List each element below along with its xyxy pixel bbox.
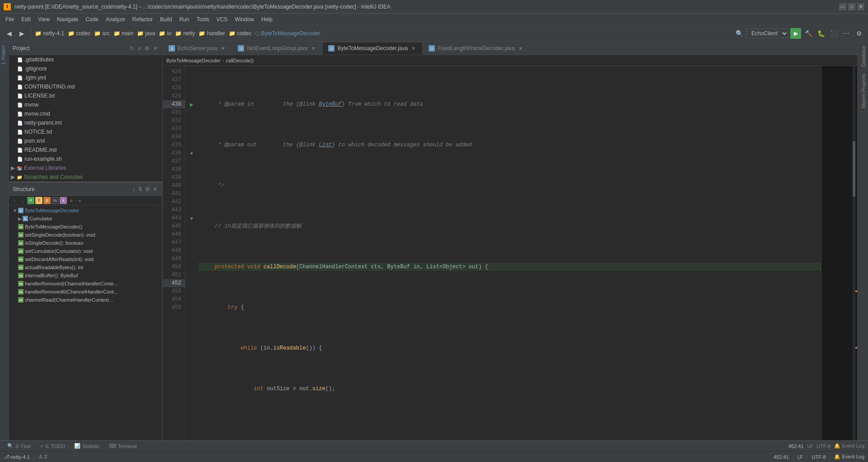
tree-item-notice[interactable]: 📄 NOTICE.txt [9, 127, 162, 136]
breadcrumb-handler[interactable]: 📁 handler [198, 30, 225, 37]
tab-terminal[interactable]: ⌨ Terminal [105, 442, 141, 450]
maximize-button[interactable]: □ [848, 3, 855, 10]
menu-build[interactable]: Build [156, 15, 176, 23]
struct-channelRead[interactable]: m channelRead(ChannelHandlerContext... [9, 296, 162, 304]
event-log-btn[interactable]: 🔔 Event Log [834, 443, 864, 449]
menu-help[interactable]: Help [258, 15, 276, 23]
tab-statistic[interactable]: 📊 Statistic [71, 442, 104, 450]
breadcrumb-java[interactable]: 📁 java [137, 30, 155, 37]
nav-back-button[interactable]: ◀ [4, 28, 14, 39]
search-everywhere-btn[interactable]: 🔍 [734, 28, 745, 39]
struct-handlerRemoved0[interactable]: m handlerRemoved0(ChannelHandlerCont... [9, 288, 162, 296]
struct-setSingleDecode[interactable]: m setSingleDecode(boolean): void [9, 231, 162, 239]
breadcrumb-netty[interactable]: 📁 netty-4.1 [35, 30, 64, 37]
tree-item-scratches[interactable]: ▶ 📁 Scratches and Consoles [9, 173, 162, 182]
breadcrumb-netty2[interactable]: 📁 netty [175, 30, 195, 37]
menu-tools[interactable]: Tools [193, 15, 213, 23]
code-editor[interactable]: 426 427 428 429 430 431 432 433 434 435 … [163, 66, 857, 440]
struct-filter-extra[interactable]: » [76, 197, 83, 204]
menu-view[interactable]: View [34, 15, 53, 23]
window-controls[interactable]: — □ ✕ [839, 3, 864, 10]
tab-close-btn[interactable]: ✕ [220, 45, 226, 51]
gutter-marker-430[interactable]: ▶ [185, 100, 198, 108]
tab-close-btn[interactable]: ✕ [518, 45, 524, 51]
menu-code[interactable]: Code [82, 15, 102, 23]
tab-bytetomessagedecoder[interactable]: J ByteToMessageDecoder.java ✕ [322, 42, 422, 55]
debug-button[interactable]: 🐛 [816, 28, 826, 39]
status-warnings[interactable]: ⚠ 2 [38, 454, 47, 460]
close-panel-btn[interactable]: ✕ [152, 44, 159, 52]
menu-analyze[interactable]: Analyze [102, 15, 129, 23]
gutter-marker-439[interactable]: ♥ [185, 149, 198, 157]
breadcrumb-file[interactable]: ⬡ ByteToMessageDecoder [255, 30, 320, 37]
breadcrumb-io[interactable]: 📁 io [159, 30, 171, 37]
menu-navigate[interactable]: Navigate [53, 15, 82, 23]
status-lf[interactable]: LF [797, 454, 803, 460]
struct-close-btn[interactable]: ✕ [152, 185, 158, 193]
tree-item-external-libs[interactable]: ▶ 📚 External Libraries [9, 163, 162, 173]
struct-settings-btn[interactable]: ⚙ [144, 185, 151, 193]
settings-btn[interactable]: ⚙ [854, 28, 864, 39]
tab-echoserver[interactable]: J EchoServer.java ✕ [163, 42, 232, 55]
breadcrumb-codec[interactable]: 📁 codec [68, 30, 90, 37]
struct-isSingleDecode[interactable]: m isSingleDecode(): boolean [9, 239, 162, 247]
tab-close-btn[interactable]: ✕ [310, 45, 316, 51]
status-encoding[interactable]: UTF-8 [811, 454, 826, 460]
tab-nioeventloopgroup[interactable]: J NioEventLoopGroup.java ✕ [232, 42, 322, 55]
tab-fixedlengthframedecoder[interactable]: J FixedLengthFrameDecoder.java ✕ [423, 42, 530, 55]
project-panel-label[interactable]: 1: Project [0, 42, 9, 68]
breadcrumb-src[interactable]: 📁 src [94, 30, 109, 37]
scrollbar-track[interactable] [853, 66, 855, 440]
gutter-marker-452[interactable]: ♥ [185, 214, 198, 222]
code-content[interactable]: * @param in the {@link ByteBuf} from whi… [198, 66, 821, 440]
sort-btn[interactable]: ⇅ [137, 185, 143, 193]
struct-filter-f[interactable]: f [35, 197, 42, 204]
menu-run[interactable]: Run [176, 15, 193, 23]
struct-handlerRemoved[interactable]: m handlerRemoved(ChannelHandlerConte... [9, 280, 162, 288]
tree-item-gitignore[interactable]: 📄 .gitignore [9, 64, 162, 73]
collapse-btn[interactable]: ≡ [137, 44, 142, 52]
breadcrumb-method[interactable]: callDecode() [226, 58, 254, 63]
minimize-button[interactable]: — [839, 3, 846, 10]
struct-actualReadableBytes[interactable]: m actualReadableBytes(): int [9, 263, 162, 271]
struct-class-item[interactable]: ▼ C ByteToMessageDecoder [9, 206, 162, 215]
struct-filter-more[interactable]: ≡ [68, 197, 75, 204]
tree-item-mvnw[interactable]: 📄 mvnw [9, 100, 162, 109]
tab-find[interactable]: 🔍 3: Find [4, 442, 34, 450]
menu-vcs[interactable]: VCS [213, 15, 231, 23]
struct-filter-anon[interactable]: λ [60, 197, 67, 204]
tree-item-pom[interactable]: 📄 pom.xml [9, 136, 162, 145]
scrollbar-thumb[interactable] [853, 141, 855, 197]
tree-item-gitattributes[interactable]: 📄 .gitattributes [9, 55, 162, 64]
tree-item-mvnw-cmd[interactable]: 📄 mvnw.cmd [9, 109, 162, 118]
menu-edit[interactable]: Edit [18, 15, 34, 23]
struct-filter-1[interactable]: ↑ [11, 197, 18, 204]
menu-file[interactable]: File [2, 15, 18, 23]
database-panel-tab[interactable]: Database [858, 42, 868, 70]
more-btn[interactable]: ⋯ [841, 28, 852, 39]
maven-panel-tab[interactable]: Maven Projects [858, 70, 868, 112]
sync-btn[interactable]: ↻ [129, 44, 135, 52]
build-button[interactable]: 🔨 [803, 28, 814, 39]
tree-item-license[interactable]: 📄 LICENSE.txt [9, 91, 162, 100]
nav-forward-button[interactable]: ▶ [16, 28, 27, 39]
status-git[interactable]: ⎇ netty-4.1 [4, 454, 30, 460]
struct-internalBuffer[interactable]: m internalBuffer(): ByteBuf [9, 271, 162, 280]
breadcrumb-codec2[interactable]: 📁 codec [229, 30, 251, 37]
tree-item-contributing[interactable]: 📄 CONTRIBUTING.md [9, 82, 162, 91]
breadcrumb-class[interactable]: ByteToMessageDecoder [166, 58, 221, 63]
struct-cumulator[interactable]: ▶ C Cumulator [9, 215, 162, 223]
close-button[interactable]: ✕ [857, 3, 864, 10]
menu-window[interactable]: Window [231, 15, 258, 23]
status-event-log[interactable]: 🔔 Event Log [834, 454, 864, 460]
struct-filter-2[interactable]: ↓ [19, 197, 26, 204]
settings-gear-btn[interactable]: ⚙ [144, 44, 151, 52]
tree-item-run-example[interactable]: 📄 run-example.sh [9, 154, 162, 163]
tab-todo[interactable]: ✓ 6: TODO [36, 442, 69, 450]
struct-filter-p[interactable]: P [27, 197, 34, 204]
menu-refactor[interactable]: Refactor [129, 15, 156, 23]
struct-constructor[interactable]: m ByteToMessageDecoder() [9, 223, 162, 231]
run-config-select[interactable]: EchoClient [746, 28, 788, 38]
tree-item-lgtm[interactable]: 📄 .lgtm.yml [9, 73, 162, 82]
sort-alpha-btn[interactable]: ↕ [132, 185, 136, 193]
